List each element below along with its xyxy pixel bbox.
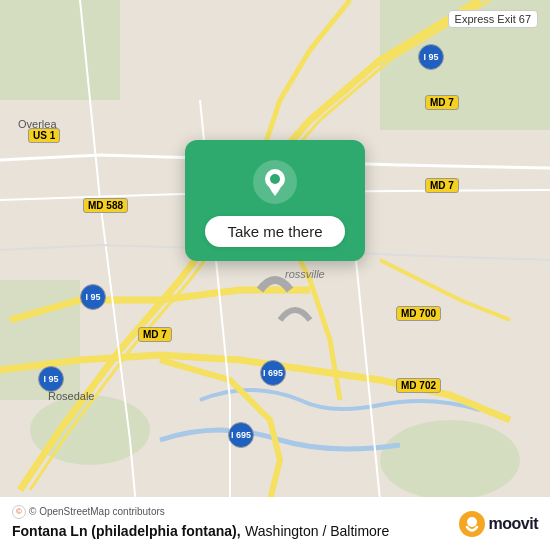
- attribution-text: © OpenStreetMap contributors: [29, 506, 165, 517]
- road-label-i95-top: I 95: [418, 44, 444, 70]
- place-label-rosedale: Rosedale: [48, 390, 94, 402]
- take-me-there-button[interactable]: Take me there: [205, 216, 344, 247]
- svg-rect-1: [0, 0, 120, 100]
- road-label-us1: US 1: [28, 128, 60, 143]
- svg-point-8: [270, 174, 280, 184]
- road-label-md700: MD 700: [396, 306, 441, 321]
- location-pin-icon: [251, 158, 299, 206]
- express-exit-label: Express Exit 67: [455, 13, 531, 25]
- svg-point-5: [380, 420, 520, 500]
- location-name: Fontana Ln (philadelphia fontana),: [12, 523, 241, 539]
- location-region: Washington / Baltimore: [245, 523, 389, 539]
- moovit-logo: moovit: [458, 510, 538, 538]
- map-container: Express Exit 67 Overlea Rosedale rossvil…: [0, 0, 550, 550]
- svg-point-10: [467, 517, 477, 527]
- road-label-i695: I 695: [260, 360, 286, 386]
- express-exit-badge: Express Exit 67: [448, 10, 538, 28]
- road-label-md702: MD 702: [396, 378, 441, 393]
- moovit-icon: [458, 510, 486, 538]
- osm-logo: ©: [12, 505, 26, 519]
- road-label-md7-right: MD 7: [425, 178, 459, 193]
- moovit-text: moovit: [489, 515, 538, 533]
- road-label-i95-bot: I 95: [38, 366, 64, 392]
- road-label-md588: MD 588: [83, 198, 128, 213]
- road-label-i695-bot: I 695: [228, 422, 254, 448]
- road-label-md7-top: MD 7: [425, 95, 459, 110]
- road-label-i95-left: I 95: [80, 284, 106, 310]
- map-roads: [0, 0, 550, 550]
- place-label-rossville: rossville: [285, 268, 325, 280]
- road-label-md7-mid: MD 7: [138, 327, 172, 342]
- location-card[interactable]: Take me there: [185, 140, 365, 261]
